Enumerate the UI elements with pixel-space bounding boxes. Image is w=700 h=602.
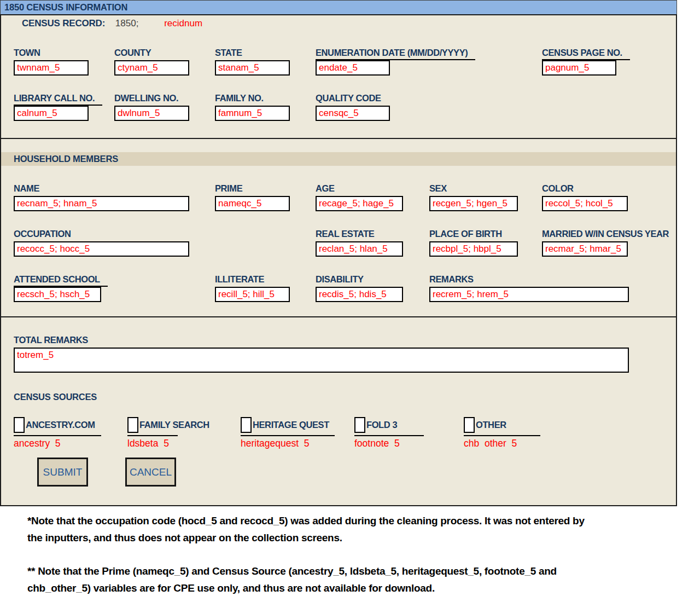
field-county: COUNTY ctynam_5	[114, 48, 189, 76]
quality-code-label: QUALITY CODE	[316, 93, 390, 106]
field-color: COLOR reccol_5; hcol_5	[542, 183, 628, 211]
field-town: TOWN twnnam_5	[14, 48, 89, 76]
ancestry-checkbox[interactable]	[14, 417, 25, 433]
family-search-label: FAMILY SEARCH	[138, 417, 209, 433]
state-label: STATE	[215, 48, 290, 60]
source-fold3: FOLD 3	[354, 417, 424, 436]
place-of-birth-input[interactable]: recbpl_5; hbpl_5	[429, 241, 518, 257]
cancel-button[interactable]: CANCEL	[125, 458, 176, 487]
fold3-label: FOLD 3	[365, 417, 397, 433]
field-name: NAME recnam_5; hnam_5	[14, 183, 189, 211]
field-prime: PRIME nameqc_5	[215, 183, 290, 211]
library-call-no-input[interactable]: calnum_5	[14, 106, 89, 121]
family-search-checkbox[interactable]	[127, 417, 138, 433]
ancestry-variable: ancestry 5	[14, 438, 61, 449]
sex-label: SEX	[429, 183, 518, 196]
other-label: OTHER	[475, 417, 506, 433]
enumeration-date-label: ENUMERATION DATE (MM/DD/YYYY)	[316, 48, 475, 60]
age-input[interactable]: recage_5; hage_5	[316, 196, 403, 211]
census-record-label: CENSUS RECORD:	[22, 18, 105, 28]
field-library-call-no: LIBRARY CALL NO. calnum_5	[14, 93, 102, 121]
town-label: TOWN	[14, 48, 89, 60]
field-occupation: OCCUPATION recocc_5; hocc_5	[14, 229, 189, 257]
county-label: COUNTY	[114, 48, 189, 60]
library-call-no-label: LIBRARY CALL NO.	[14, 93, 102, 106]
quality-code-input[interactable]: censqc_5	[316, 106, 390, 121]
source-ancestry: ANCESTRY.COM	[14, 417, 101, 436]
source-other: OTHER	[464, 417, 540, 436]
field-real-estate: REAL ESTATE reclan_5; hlan_5	[316, 229, 403, 257]
prime-input[interactable]: nameqc_5	[215, 196, 290, 211]
source-heritage-quest: HERITAGE QUEST	[241, 417, 335, 436]
fold3-checkbox[interactable]	[354, 417, 365, 433]
remarks-input[interactable]: recrem_5; hrem_5	[429, 287, 629, 302]
field-quality-code: QUALITY CODE censqc_5	[316, 93, 390, 121]
family-no-input[interactable]: famnum_5	[215, 106, 290, 121]
dwelling-no-label: DWELLING NO.	[114, 93, 189, 106]
other-checkbox[interactable]	[464, 417, 475, 433]
field-sex: SEX recgen_5; hgen_5	[429, 183, 518, 211]
submit-button[interactable]: SUBMIT	[37, 458, 88, 487]
total-remarks-input[interactable]: totrem_5	[14, 348, 629, 373]
field-disability: DISABILITY recdis_5; hdis_5	[316, 274, 403, 302]
census-page-no-label: CENSUS PAGE NO.	[542, 48, 630, 60]
occupation-code-note: *Note that the occupation code (hocd_5 a…	[27, 512, 656, 546]
occupation-input[interactable]: recocc_5; hocc_5	[14, 241, 189, 257]
field-family-no: FAMILY NO. famnum_5	[215, 93, 290, 121]
heritage-quest-variable: heritagequest 5	[241, 438, 310, 449]
field-dwelling-no: DWELLING NO. dwlnum_5	[114, 93, 189, 121]
fold3-variable: footnote 5	[354, 438, 400, 449]
field-attended-school: ATTENDED SCHOOL recsch_5; hsch_5	[14, 274, 108, 302]
town-input[interactable]: twnnam_5	[14, 60, 89, 76]
disability-label: DISABILITY	[316, 274, 403, 287]
occupation-label: OCCUPATION	[14, 229, 189, 241]
field-remarks: REMARKS recrem_5; hrem_5	[429, 274, 629, 302]
sex-input[interactable]: recgen_5; hgen_5	[429, 196, 518, 211]
family-no-label: FAMILY NO.	[215, 93, 290, 106]
field-total-remarks: TOTAL REMARKS totrem_5	[14, 335, 629, 373]
real-estate-label: REAL ESTATE	[316, 229, 403, 241]
cpe-use-note: ** Note that the Prime (nameqc_5) and Ce…	[27, 563, 656, 597]
household-members-header: HOUSEHOLD MEMBERS	[1, 152, 676, 166]
name-label: NAME	[14, 183, 189, 196]
color-input[interactable]: reccol_5; hcol_5	[542, 196, 628, 211]
heritage-quest-checkbox[interactable]	[241, 417, 252, 433]
disability-input[interactable]: recdis_5; hdis_5	[316, 287, 403, 302]
other-variable: chb other 5	[464, 438, 517, 449]
field-state: STATE stanam_5	[215, 48, 290, 76]
name-input[interactable]: recnam_5; hnam_5	[14, 196, 189, 211]
illiterate-label: ILLITERATE	[215, 274, 290, 287]
married-win-census-year-input[interactable]: recmar_5; hmar_5	[542, 241, 628, 257]
field-illiterate: ILLITERATE recill_5; hill_5	[215, 274, 290, 302]
ancestry-label: ANCESTRY.COM	[25, 417, 95, 433]
attended-school-input[interactable]: recsch_5; hsch_5	[14, 287, 101, 302]
total-remarks-label: TOTAL REMARKS	[14, 335, 629, 348]
attended-school-label: ATTENDED SCHOOL	[14, 274, 108, 287]
census-sources-label: CENSUS SOURCES	[14, 392, 97, 402]
dwelling-no-input[interactable]: dwlnum_5	[114, 106, 189, 121]
field-enumeration-date: ENUMERATION DATE (MM/DD/YYYY) endate_5	[316, 48, 475, 76]
age-label: AGE	[316, 183, 403, 196]
illiterate-input[interactable]: recill_5; hill_5	[215, 287, 290, 302]
enumeration-date-input[interactable]: endate_5	[316, 60, 390, 76]
record-id-variable: recidnum	[164, 18, 202, 28]
form-title: 1850 CENSUS INFORMATION	[0, 0, 677, 15]
prime-label: PRIME	[215, 183, 290, 196]
source-family-search: FAMILY SEARCH	[127, 417, 178, 436]
heritage-quest-label: HERITAGE QUEST	[252, 417, 329, 433]
family-search-variable: ldsbeta 5	[127, 438, 169, 449]
county-input[interactable]: ctynam_5	[114, 60, 189, 76]
place-of-birth-label: PLACE OF BIRTH	[429, 229, 518, 241]
color-label: COLOR	[542, 183, 628, 196]
census-record-line: CENSUS RECORD: 1850; recidnum	[22, 18, 202, 29]
field-census-page-no: CENSUS PAGE NO. pagnum_5	[542, 48, 630, 76]
state-input[interactable]: stanam_5	[215, 60, 290, 76]
real-estate-input[interactable]: reclan_5; hlan_5	[316, 241, 403, 257]
field-place-of-birth: PLACE OF BIRTH recbpl_5; hbpl_5	[429, 229, 518, 257]
census-form: 1850 CENSUS INFORMATION CENSUS RECORD: 1…	[0, 0, 677, 506]
field-age: AGE recage_5; hage_5	[316, 183, 403, 211]
married-win-census-year-label: MARRIED W/IN CENSUS YEAR	[542, 229, 669, 241]
census-page-no-input[interactable]: pagnum_5	[542, 60, 616, 76]
census-year: 1850;	[115, 18, 139, 28]
remarks-label: REMARKS	[429, 274, 629, 287]
